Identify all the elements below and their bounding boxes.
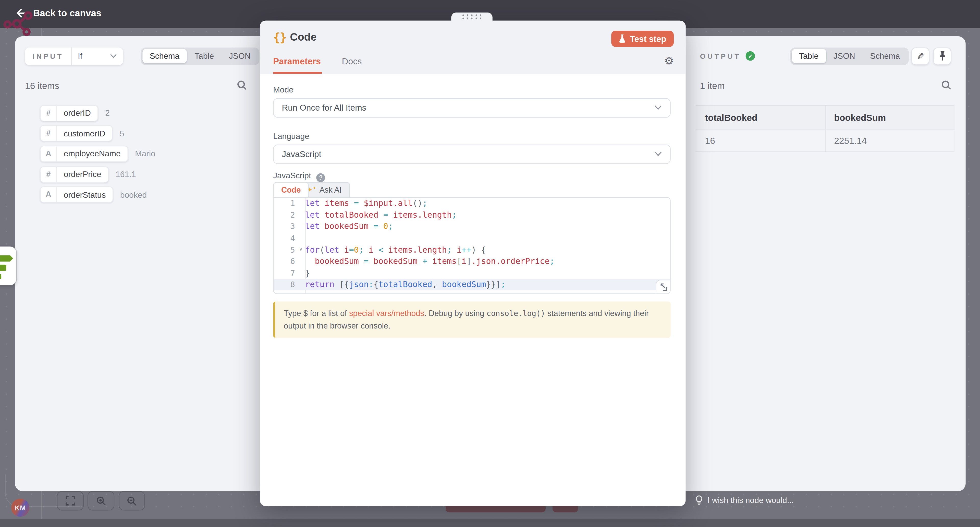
settings-gear-icon[interactable]: ⚙ <box>664 56 674 66</box>
line-number: 7 <box>274 268 305 278</box>
output-tab-schema[interactable]: Schema <box>862 49 907 63</box>
input-tab-json[interactable]: JSON <box>221 49 258 63</box>
table-cell: 16 <box>696 129 825 152</box>
pin-icon <box>939 51 946 61</box>
inline-code: console.log() <box>487 309 545 318</box>
zoom-out-icon <box>127 496 137 506</box>
language-label: Language <box>273 131 309 141</box>
field-name: orderID <box>57 105 98 121</box>
output-title: OUTPUT <box>700 52 741 59</box>
input-tab-schema[interactable]: Schema <box>142 49 187 63</box>
code-text: let bookedSum = 0; <box>305 222 393 231</box>
field-value: 5 <box>120 129 124 138</box>
help-icon[interactable]: ? <box>317 173 325 182</box>
input-source-group: INPUT If <box>25 47 123 65</box>
fit-view-button[interactable] <box>57 491 84 510</box>
special-vars-link[interactable]: special vars/methods <box>349 308 424 318</box>
editor-tab-ask-ai-label: Ask AI <box>320 185 342 194</box>
code-line[interactable]: 8return [{json:{totalBooked, bookedSum}}… <box>274 279 670 291</box>
editor-tab-code[interactable]: Code <box>273 182 309 197</box>
field-type-icon: # <box>41 105 57 121</box>
table-cell: 2251.14 <box>825 129 954 152</box>
schema-field-orderPrice[interactable]: #orderPrice161.1 <box>40 166 136 182</box>
schema-field-orderStatus[interactable]: AorderStatusbooked <box>40 187 147 203</box>
pin-data-button[interactable] <box>933 47 951 65</box>
zoom-in-icon <box>96 496 106 506</box>
tab-parameters[interactable]: Parameters <box>273 56 321 66</box>
line-number: 2 <box>274 210 305 220</box>
code-node-modal: {} Code Test step Parameters Docs ⚙ Mode… <box>260 21 686 506</box>
code-editor[interactable]: 1let items = $input.all();2let totalBook… <box>273 197 671 294</box>
n8n-logo <box>3 7 35 38</box>
line-number: 3 <box>274 222 305 231</box>
input-source-value: If <box>78 51 83 61</box>
lightbulb-icon <box>695 495 703 505</box>
test-step-button[interactable]: Test step <box>611 31 674 47</box>
code-line[interactable]: 5∨for(let i=0; i < items.length; i++) { <box>274 244 670 256</box>
field-value: Mario <box>135 149 156 159</box>
output-search-icon[interactable] <box>941 80 951 90</box>
output-view-tabs: TableJSONSchema <box>790 47 909 65</box>
input-tab-table[interactable]: Table <box>187 49 221 63</box>
bottom-bar <box>0 519 980 527</box>
schema-field-employeeName[interactable]: AemployeeNameMario <box>40 145 156 162</box>
schema-pill[interactable]: AemployeeName <box>40 145 128 162</box>
code-text: } <box>305 268 310 278</box>
output-column-totalBooked: totalBooked <box>696 105 825 129</box>
node-feedback-label: I wish this node would... <box>708 495 794 505</box>
avatar-initials: KM <box>14 504 26 511</box>
expand-icon <box>659 283 667 291</box>
code-text: let totalBooked = items.length; <box>305 210 457 220</box>
canvas-node-if[interactable] <box>0 246 16 285</box>
schema-pill[interactable]: #customerID <box>40 125 113 142</box>
screen: Back to canvas KM I wish this node would… <box>0 0 980 527</box>
field-value: 2 <box>105 108 110 118</box>
mode-label: Mode <box>273 85 293 94</box>
language-select[interactable]: JavaScript <box>273 144 671 163</box>
schema-pill[interactable]: #orderID <box>40 105 99 121</box>
field-type-icon: # <box>41 167 57 182</box>
edit-output-button[interactable]: ✎ <box>912 47 929 65</box>
editor-label: JavaScript ? <box>273 171 325 182</box>
fit-view-icon <box>65 496 75 506</box>
code-line[interactable]: 6 bookedSum = bookedSum + items[i].json.… <box>274 256 670 267</box>
chevron-down-icon <box>110 54 117 58</box>
test-step-label: Test step <box>630 34 667 43</box>
editor-tab-code-label: Code <box>281 185 301 194</box>
hint-text: Type $ for a list of <box>284 308 349 318</box>
code-line[interactable]: 1let items = $input.all(); <box>274 198 670 209</box>
field-type-icon: # <box>41 126 57 141</box>
field-name: orderPrice <box>57 167 108 182</box>
output-table: totalBookedbookedSum 162251.14 <box>696 105 955 152</box>
schema-field-orderID[interactable]: #orderID2 <box>40 105 110 121</box>
schema-pill[interactable]: #orderPrice <box>40 166 109 182</box>
schema-pill[interactable]: AorderStatus <box>40 187 113 203</box>
success-check-icon: ✓ <box>746 51 755 61</box>
tab-docs[interactable]: Docs <box>342 56 362 66</box>
modal-drag-handle[interactable] <box>451 13 493 21</box>
code-line[interactable]: 3let bookedSum = 0; <box>274 221 670 232</box>
output-tab-table[interactable]: Table <box>792 49 826 63</box>
zoom-out-button[interactable] <box>119 491 145 510</box>
schema-field-customerID[interactable]: #customerID5 <box>40 125 124 142</box>
code-line[interactable]: 7} <box>274 267 670 279</box>
if-node-icon <box>0 246 16 285</box>
chevron-down-icon <box>654 152 662 157</box>
code-node-icon: {} <box>273 30 286 44</box>
code-line[interactable]: 4 <box>274 232 670 244</box>
expand-editor-button[interactable] <box>655 279 670 293</box>
input-source-select[interactable]: If <box>72 51 123 61</box>
fold-chevron-icon[interactable]: ∨ <box>299 246 302 252</box>
table-row[interactable]: 162251.14 <box>696 129 954 152</box>
user-avatar[interactable]: KM <box>11 499 29 517</box>
input-search-icon[interactable] <box>237 80 247 90</box>
input-view-tabs: SchemaTableJSON <box>141 47 259 65</box>
output-tab-json[interactable]: JSON <box>826 49 863 63</box>
zoom-in-button[interactable] <box>88 491 115 510</box>
field-name: orderStatus <box>57 187 113 202</box>
mode-select[interactable]: Run Once for All Items <box>273 98 671 117</box>
node-feedback-link[interactable]: I wish this node would... <box>695 495 794 505</box>
active-tab-underline <box>273 72 322 73</box>
code-text: for(let i=0; i < items.length; i++) { <box>305 245 486 254</box>
code-line[interactable]: 2let totalBooked = items.length; <box>274 209 670 221</box>
